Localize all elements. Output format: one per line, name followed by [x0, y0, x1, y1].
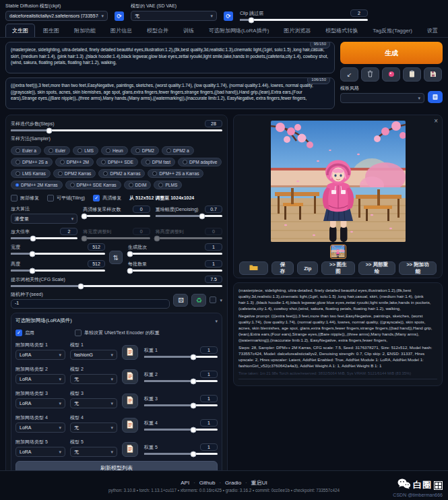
slider-track[interactable] — [83, 237, 150, 239]
resize-width-slider[interactable]: 将宽度调整到0 — [83, 228, 150, 239]
lora-model-file-button-4[interactable] — [122, 418, 138, 433]
restore-faces-checkbox[interactable]: 面部修复 — [11, 195, 39, 201]
sampler-option-lms[interactable]: LMS — [73, 146, 98, 155]
slider-handle[interactable] — [191, 402, 197, 408]
lora-model-file-button-1[interactable] — [122, 345, 138, 360]
slider-value[interactable]: 0 — [205, 228, 222, 235]
slider-value[interactable]: 1 — [205, 243, 222, 251]
cfg-scale-slider[interactable]: 提示词相关性(CFG Scale)7.5 — [11, 276, 222, 287]
slider-value[interactable]: 0 — [133, 206, 150, 213]
slider-value[interactable]: 1 — [200, 346, 218, 354]
slider-value[interactable]: 0 — [133, 228, 150, 235]
sampler-option-dpm-adaptive[interactable]: DPM adaptive — [178, 158, 222, 166]
slider-track[interactable] — [128, 253, 222, 255]
slider-value[interactable]: 1 — [200, 371, 218, 378]
denoising-slider[interactable]: 重绘幅度(Denoising)0.7 — [156, 206, 222, 224]
slider-handle[interactable] — [77, 283, 84, 289]
open-folder-button[interactable] — [239, 261, 268, 275]
lora-weight-slider-1[interactable]: 权重 11 — [144, 346, 218, 360]
width-slider[interactable]: 宽度512 — [11, 243, 105, 255]
prompt-textarea[interactable]: 95/150 (masterpiece, sidelighting, ultra… — [5, 42, 335, 73]
tiling-checkbox[interactable]: 可平铺(Tiling) — [47, 195, 85, 201]
slider-value[interactable]: 0.7 — [205, 206, 222, 213]
slider-track[interactable] — [11, 237, 77, 239]
slider-track[interactable] — [11, 129, 222, 131]
slider-track[interactable] — [144, 380, 218, 382]
slider-handle[interactable] — [191, 451, 197, 457]
random-seed-button[interactable]: ⚄ — [173, 294, 188, 307]
lora-model-3-select[interactable]: 无▾ — [70, 398, 117, 408]
seed-input[interactable]: -1 — [11, 299, 170, 309]
tab-train[interactable]: 训练 — [177, 24, 201, 37]
footer-link-github[interactable]: Github — [199, 480, 216, 486]
tab-checkpoint-merger[interactable]: 模型合并 — [140, 24, 175, 37]
extra-networks-button[interactable] — [382, 67, 400, 82]
sampler-option-dpm2[interactable]: DPM2 — [131, 146, 159, 155]
slider-handle[interactable] — [82, 213, 88, 219]
sampler-option-dpm-fast[interactable]: DPM fast — [141, 158, 175, 166]
lora-model-4-select[interactable]: 无▾ — [70, 423, 117, 433]
slider-handle[interactable] — [30, 235, 36, 241]
lora-model-file-button-5[interactable] — [122, 442, 138, 457]
slider-handle[interactable] — [46, 127, 52, 133]
vae-refresh-button[interactable]: ⟳ — [224, 11, 233, 21]
ckpt-refresh-button[interactable]: ⟳ — [115, 11, 124, 21]
save-button[interactable]: 保存 — [271, 261, 294, 275]
lora-type-1-select[interactable]: LoRA▾ — [15, 350, 65, 360]
slider-track[interactable] — [11, 253, 105, 255]
slider-track[interactable] — [144, 429, 218, 431]
lora-weight-slider-5[interactable]: 权重 51 — [144, 443, 218, 457]
reuse-seed-button[interactable]: ♻ — [191, 294, 206, 307]
tab-pnginfo[interactable]: 图片信息 — [104, 24, 139, 37]
slider-handle[interactable] — [154, 235, 160, 241]
upscaler-select[interactable]: 潜变量 ▾ — [11, 214, 77, 224]
slider-track[interactable] — [144, 453, 218, 455]
sampler-option-dpm-2m-karras[interactable]: DPM++ 2M Karras — [11, 181, 63, 189]
resize-height-slider[interactable]: 将高度调整到0 — [156, 228, 222, 239]
send-to-inpaint-button[interactable]: >> 局部重绘 — [358, 261, 396, 275]
slider-handle[interactable] — [191, 427, 197, 433]
slider-handle[interactable] — [127, 251, 133, 257]
sampler-option-dpm-2m[interactable]: DPM++ 2M — [55, 158, 94, 166]
sampler-option-dpm2-karras[interactable]: DPM2 Karras — [53, 169, 96, 178]
slider-track[interactable] — [11, 285, 222, 287]
tab-txt2img[interactable]: 文生图 — [5, 24, 35, 37]
slider-value[interactable]: 28 — [205, 120, 222, 127]
tab-extras[interactable]: 附加功能 — [67, 24, 102, 37]
batch-count-slider[interactable]: 生成批次1 — [128, 243, 222, 255]
footer-link-api[interactable]: API — [181, 480, 189, 486]
clear-prompt-button[interactable] — [361, 67, 379, 82]
collapse-icon[interactable]: ▾ — [215, 319, 218, 323]
generated-image[interactable] — [271, 121, 406, 242]
lora-weight-slider-4[interactable]: 权重 41 — [144, 419, 218, 433]
tab-tagger[interactable]: Tag反推(Tagger) — [366, 24, 419, 37]
generate-button[interactable]: 生成 — [340, 42, 443, 64]
upscale-by-slider[interactable]: 放大倍率2 — [11, 228, 77, 239]
zip-button[interactable]: Zip — [297, 261, 318, 275]
steps-slider[interactable]: 采样迭代步数(Steps)28 — [11, 120, 222, 131]
save-style-button[interactable] — [424, 67, 442, 82]
slider-value[interactable]: 512 — [88, 260, 105, 268]
slider-track[interactable] — [128, 270, 222, 272]
hires-steps-slider[interactable]: 高清修复采样次数0 — [83, 206, 150, 224]
lora-model-file-button-2[interactable] — [122, 369, 138, 384]
slider-track[interactable] — [144, 404, 218, 406]
send-to-extras-button[interactable]: >> 附加功能 — [399, 261, 437, 275]
slider-track[interactable] — [11, 270, 105, 272]
read-params-button[interactable]: ↙ — [340, 67, 358, 82]
tab-settings[interactable]: 设置 — [420, 24, 445, 37]
slider-value[interactable]: 1 — [200, 443, 218, 451]
slider-handle[interactable] — [30, 268, 36, 274]
batch-size-slider[interactable]: 每批数量1 — [128, 260, 222, 272]
sampler-option-dpm-2s-a-karras[interactable]: DPM++ 2S a Karras — [148, 169, 203, 178]
slider-value[interactable]: 7.5 — [205, 276, 222, 283]
negative-prompt-textarea[interactable]: 106/150 (((extra feet))),3 feet,more tha… — [5, 77, 335, 109]
slider-value[interactable]: 1 — [205, 260, 222, 268]
lora-type-2-select[interactable]: LoRA▾ — [15, 374, 65, 384]
lora-type-3-select[interactable]: LoRA▾ — [15, 398, 65, 408]
lora-type-4-select[interactable]: LoRA▾ — [15, 423, 65, 433]
sampler-option-ddim[interactable]: DDIM — [124, 181, 152, 189]
slider-track[interactable] — [240, 19, 368, 21]
slider-value[interactable]: 1 — [200, 419, 218, 427]
tab-img2img[interactable]: 图生图 — [36, 24, 66, 37]
